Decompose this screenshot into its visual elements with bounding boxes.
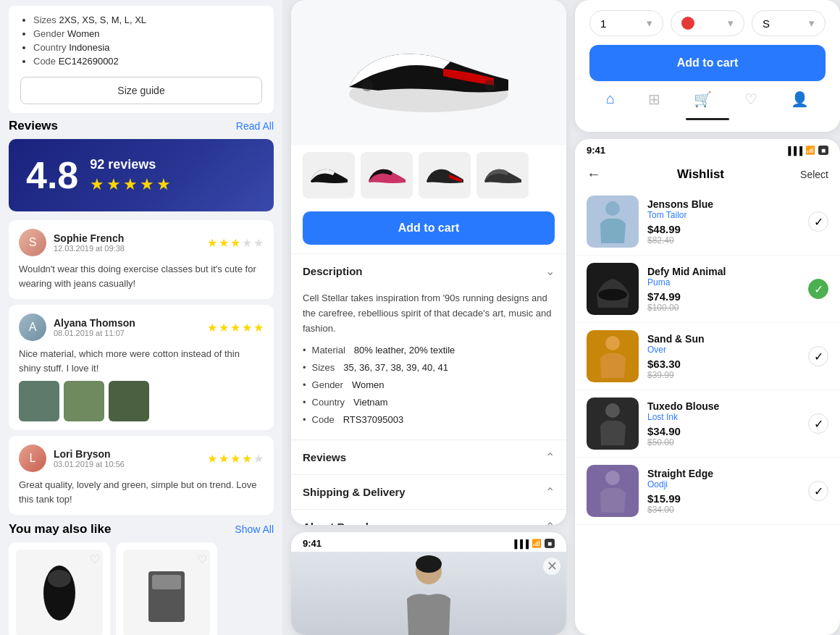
reviews-accordion[interactable]: Reviews ⌃: [291, 440, 566, 474]
reviews-header: Reviews Read All: [9, 119, 274, 133]
wish-check-3[interactable]: ✓: [808, 346, 828, 366]
back-button[interactable]: ←: [587, 166, 601, 182]
grid-icon-right[interactable]: ⊞: [648, 91, 660, 108]
wish-info-4: Tuxedo Blouse Lost Ink $34.90 $50.00: [647, 400, 799, 447]
wishlist-icon-1[interactable]: ♡: [90, 552, 100, 566]
wish-check-1[interactable]: ✓: [808, 211, 828, 232]
heart-icon-right[interactable]: ♡: [744, 91, 757, 108]
wish-info-2: Defy Mid Animal Puma $74.99 $100.00: [647, 266, 799, 313]
review-card-3: L Lori Bryson 03.01.2019 at 10:56 ★ ★ ★ …: [9, 436, 274, 515]
status-time-wishlist: 9:41: [587, 145, 605, 156]
avatar-alyana: A: [19, 314, 46, 341]
thumb-3[interactable]: [419, 152, 471, 198]
quantity-selector[interactable]: 1 ▾: [589, 10, 663, 36]
main-product-image: [291, 0, 566, 145]
color-selector[interactable]: ▾: [671, 10, 744, 36]
svg-point-1: [48, 570, 71, 587]
wish-check-4[interactable]: ✓: [808, 413, 828, 434]
wish-info-1: Jensons Blue Tom Tailor $48.99 $82.40: [647, 198, 799, 245]
left-panel: Sizes 2XS, XS, S, M, L, XL Gender Women …: [0, 0, 282, 635]
review-card-1: S Sophie French 12.03.2019 at 09:38 ★ ★ …: [9, 220, 274, 299]
second-phone-card: 9:41 ▐▐▐ 📶 ■ ✕: [291, 532, 566, 635]
desc-specs: •Material80% leather, 20% textile •Sizes…: [303, 343, 555, 427]
status-bar-2: 9:41 ▐▐▐ 📶 ■: [291, 532, 566, 552]
svg-point-8: [416, 555, 442, 573]
svg-rect-3: [152, 575, 181, 589]
quantity-value: 1: [600, 17, 606, 30]
svg-point-13: [605, 471, 620, 485]
wish-info-5: Straight Edge Oodji $15.99 $34.00: [647, 468, 799, 515]
select-button[interactable]: Select: [800, 169, 828, 180]
spec-code: Code EC142690002: [33, 56, 262, 67]
review-stars-2: ★ ★ ★ ★ ★: [207, 321, 264, 335]
review-images-2: [19, 381, 264, 421]
reviewer-date-3: 03.01.2019 at 10:56: [54, 460, 200, 468]
bottom-nav-right: ⌂ ⊞ 🛒 ♡ 👤: [589, 81, 826, 114]
rating-stars: ★ ★ ★ ★ ★: [90, 175, 171, 194]
wishlist-icon-2[interactable]: ♡: [197, 552, 207, 566]
you-may-like-section: You may also like Show All ♡: [9, 522, 274, 635]
size-guide-button[interactable]: Size guide: [20, 77, 262, 104]
profile-icon-right[interactable]: 👤: [791, 91, 809, 108]
wish-image-1: [587, 195, 639, 248]
description-chevron: ⌄: [545, 264, 555, 278]
product-card-1: ♡: [9, 542, 110, 635]
wishlist-card: 9:41 ▐▐▐ 📶 ■ ← Wishlist Select Jensons B…: [575, 139, 840, 635]
read-all-link[interactable]: Read All: [236, 120, 274, 132]
wishlist-item-2: Defy Mid Animal Puma $74.99 $100.00 ✓: [575, 256, 840, 323]
shipping-chevron: ⌃: [545, 485, 555, 499]
about-brand-chevron: ⌃: [545, 520, 555, 525]
show-all-link[interactable]: Show All: [235, 523, 274, 535]
review-text-2: Nice material, which more were cotton in…: [19, 347, 264, 375]
product-specs-card: Sizes 2XS, XS, S, M, L, XL Gender Women …: [9, 6, 274, 113]
wish-check-5[interactable]: ✓: [808, 481, 828, 501]
thumb-1[interactable]: [303, 152, 355, 198]
reviews-count: 92 reviews: [90, 157, 171, 172]
close-button-2[interactable]: ✕: [543, 558, 560, 575]
wishlist-item-1: Jensons Blue Tom Tailor $48.99 $82.40 ✓: [575, 188, 840, 256]
color-dot: [681, 17, 694, 30]
size-value: S: [763, 17, 770, 30]
svg-point-10: [598, 289, 627, 300]
reviews-chevron: ⌃: [545, 450, 555, 464]
wish-check-2[interactable]: ✓: [808, 279, 828, 299]
wish-image-5: [587, 465, 639, 517]
about-brand-accordion[interactable]: About Brand ⌃: [291, 509, 566, 525]
size-chevron-icon: ▾: [809, 17, 815, 30]
spec-gender: Gender Women: [33, 28, 262, 39]
status-bar-wishlist: 9:41 ▐▐▐ 📶 ■: [575, 139, 840, 159]
middle-panel: Add to cart Description ⌄ Cell Stellar t…: [291, 0, 566, 635]
add-to-cart-button[interactable]: Add to cart: [589, 45, 826, 81]
svg-point-11: [605, 336, 620, 350]
rating-banner: 4.8 92 reviews ★ ★ ★ ★ ★: [9, 139, 274, 211]
spec-sizes: Sizes 2XS, XS, S, M, L, XL: [33, 14, 262, 25]
color-chevron-icon: ▾: [728, 17, 734, 30]
about-brand-title: About Brand: [303, 521, 369, 525]
shipping-accordion[interactable]: Shipping & Delivery ⌃: [291, 474, 566, 509]
wishlist-title: Wishlist: [677, 167, 724, 182]
reviewer-name-3: Lori Bryson: [54, 448, 200, 460]
review-text-3: Great quality, lovely and green, simple …: [19, 478, 264, 506]
wishlist-item-3: Sand & Sun Over $63.30 $39.99 ✓: [575, 323, 840, 390]
reviewer-date-1: 12.03.2019 at 09:38: [54, 244, 200, 253]
home-icon-right[interactable]: ⌂: [606, 91, 615, 108]
reviews-section: Reviews Read All 4.8 92 reviews ★ ★ ★ ★ …: [9, 119, 274, 515]
add-to-cart-middle-button[interactable]: Add to cart: [303, 211, 555, 245]
thumb-2[interactable]: [361, 152, 413, 198]
wish-image-2: [587, 263, 639, 315]
spec-country: Country Indonesia: [33, 42, 262, 53]
thumb-4[interactable]: [476, 152, 529, 198]
description-title: Description: [303, 265, 363, 277]
shoe-thumbnails: [291, 145, 566, 206]
rating-number: 4.8: [26, 154, 78, 197]
product-phone-card: Add to cart Description ⌄ Cell Stellar t…: [291, 0, 566, 525]
cart-icon-right[interactable]: 🛒: [694, 91, 712, 108]
description-accordion[interactable]: Description ⌄: [291, 253, 566, 288]
svg-point-5: [361, 80, 373, 91]
avatar-sophie: S: [19, 229, 46, 256]
reviews-accordion-title: Reviews: [303, 451, 346, 463]
size-selector[interactable]: S ▾: [752, 10, 826, 36]
model-image: ✕: [291, 552, 566, 635]
wishlist-header: ← Wishlist Select: [575, 159, 840, 188]
wishlist-item-5: Straight Edge Oodji $15.99 $34.00 ✓: [575, 458, 840, 525]
